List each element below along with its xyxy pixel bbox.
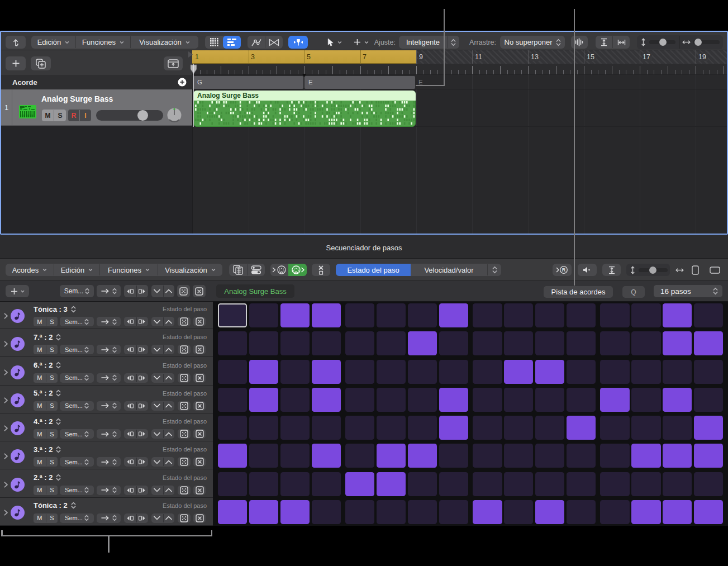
svg-text:R: R xyxy=(562,267,566,273)
